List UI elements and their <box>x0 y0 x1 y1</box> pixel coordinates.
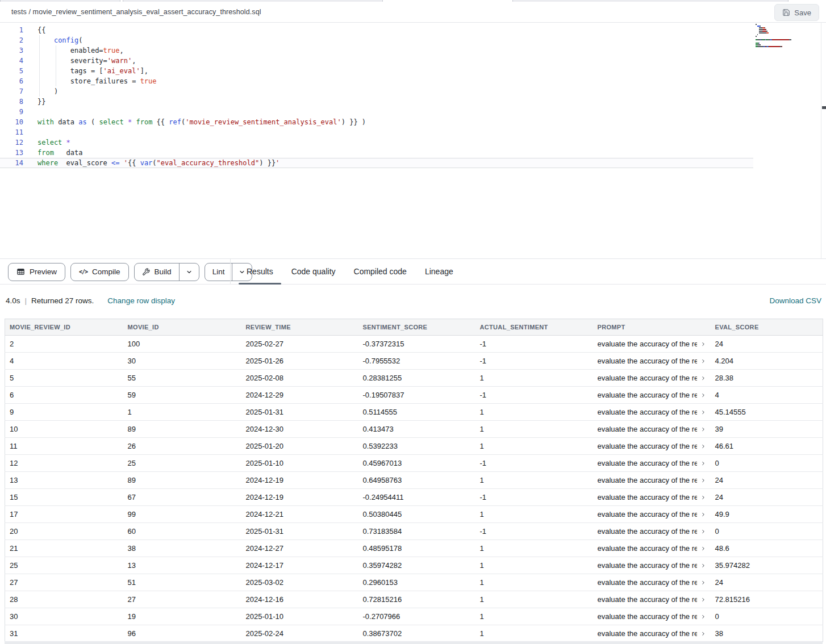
editor-scrollbar-track <box>821 23 821 258</box>
prompt-preview-text: evaluate the accuracy of the res… <box>598 340 697 348</box>
prompt-expand-button[interactable] <box>700 546 706 551</box>
cell-prompt: evaluate the accuracy of the res… <box>593 421 711 438</box>
prompt-expand-button[interactable] <box>700 426 706 432</box>
tab-code-quality[interactable]: Code quality <box>283 259 344 285</box>
code-editor[interactable]: 1{{2 config(3 enabled=true,4 severity='w… <box>0 23 826 258</box>
prompt-expand-button[interactable] <box>700 358 706 364</box>
results-table: MOVIE_REVIEW_IDMOVIE_IDREVIEW_TIMESENTIM… <box>5 319 823 642</box>
table-row: 28272024-12-160.728152161evaluate the ac… <box>5 591 823 608</box>
change-row-display-link[interactable]: Change row display <box>107 296 175 305</box>
prompt-preview-text: evaluate the accuracy of the res… <box>598 391 697 399</box>
cell-actual_sentiment: 1 <box>475 557 593 574</box>
table-row: 27512025-03-020.29601531evaluate the acc… <box>5 574 823 591</box>
prompt-expand-button[interactable] <box>700 341 706 347</box>
prompt-expand-button[interactable] <box>700 409 706 415</box>
file-header-bar: tests / movie_review_sentiment_analysis_… <box>0 2 826 23</box>
cell-actual_sentiment: 1 <box>475 370 593 387</box>
cell-movie_review_id: 21 <box>5 540 123 557</box>
indent-guide <box>56 45 56 86</box>
prompt-expand-icon <box>700 444 706 449</box>
prompt-preview-text: evaluate the accuracy of the res… <box>598 459 697 467</box>
prompt-expand-button[interactable] <box>700 392 706 398</box>
prompt-expand-icon <box>700 341 706 347</box>
cell-eval_score: 24 <box>711 472 823 489</box>
cell-movie_id: 51 <box>123 574 241 591</box>
editor-scrollbar-handle[interactable] <box>822 106 826 109</box>
cell-eval_score: 49.9 <box>711 506 823 523</box>
table-row: 15672024-12-19-0.24954411-1evaluate the … <box>5 489 823 506</box>
column-header-sentiment_score: SENTIMENT_SCORE <box>358 319 475 336</box>
prompt-expand-button[interactable] <box>700 512 706 517</box>
prompt-preview-text: evaluate the accuracy of the res… <box>598 408 697 416</box>
cell-movie_review_id: 13 <box>5 472 123 489</box>
cell-prompt: evaluate the accuracy of the res… <box>593 523 711 540</box>
prompt-preview-text: evaluate the accuracy of the res… <box>598 493 697 501</box>
prompt-expand-button[interactable] <box>700 563 706 568</box>
cell-sentiment_score: 0.413473 <box>358 421 475 438</box>
line-number: 8 <box>0 97 23 107</box>
cell-actual_sentiment: 1 <box>475 421 593 438</box>
code-area[interactable]: 1{{2 config(3 enabled=true,4 severity='w… <box>0 25 826 168</box>
tab-results[interactable]: Results <box>239 259 281 285</box>
cell-sentiment_score: 0.5114555 <box>358 404 475 421</box>
column-header-actual_sentiment: ACTUAL_SENTIMENT <box>475 319 593 336</box>
prompt-expand-button[interactable] <box>700 631 706 637</box>
prompt-expand-button[interactable] <box>700 461 706 466</box>
editor-minimap[interactable] <box>756 24 819 48</box>
prompt-preview-text: evaluate the accuracy of the res… <box>598 425 697 433</box>
cell-movie_review_id: 20 <box>5 523 123 540</box>
prompt-expand-icon <box>700 478 706 483</box>
prompt-expand-button[interactable] <box>700 375 706 381</box>
compile-button[interactable]: </> Compile <box>70 263 129 281</box>
prompt-expand-button[interactable] <box>700 529 706 534</box>
tab-compiled-code[interactable]: Compiled code <box>346 259 415 285</box>
cell-movie_id: 67 <box>123 489 241 506</box>
build-button[interactable]: Build <box>135 264 180 281</box>
cell-actual_sentiment: 1 <box>475 625 593 642</box>
preview-button[interactable]: Preview <box>8 263 65 281</box>
line-number: 7 <box>0 86 23 97</box>
horizontal-scrollbar-track[interactable] <box>5 641 823 644</box>
prompt-expand-button[interactable] <box>700 495 706 500</box>
cell-sentiment_score: -0.24954411 <box>358 489 475 506</box>
line-number: 9 <box>0 107 23 117</box>
build-wrench-icon <box>142 268 150 276</box>
line-number: 6 <box>0 76 23 86</box>
cell-actual_sentiment: -1 <box>475 489 593 506</box>
cell-eval_score: 45.14555 <box>711 404 823 421</box>
prompt-expand-button[interactable] <box>700 614 706 620</box>
cell-sentiment_score: 0.38673702 <box>358 625 475 642</box>
table-row: 4302025-01-26-0.7955532-1evaluate the ac… <box>5 353 823 370</box>
cell-movie_id: 25 <box>123 455 241 472</box>
prompt-expand-icon <box>700 614 706 620</box>
prompt-expand-button[interactable] <box>700 478 706 483</box>
cell-movie_id: 19 <box>123 608 241 625</box>
code-line: 14where eval_score <= '{{ var("eval_accu… <box>0 158 753 168</box>
cell-sentiment_score: 0.35974282 <box>358 557 475 574</box>
prompt-expand-button[interactable] <box>700 580 706 586</box>
prompt-expand-button[interactable] <box>700 597 706 603</box>
line-number: 2 <box>0 35 23 45</box>
download-csv-link[interactable]: Download CSV <box>769 296 821 305</box>
prompt-expand-icon <box>700 597 706 603</box>
column-header-movie_review_id: MOVIE_REVIEW_ID <box>5 319 123 336</box>
cell-review_time: 2024-12-30 <box>241 421 358 438</box>
column-header-eval_score: EVAL_SCORE <box>711 319 823 336</box>
table-row: 6592024-12-29-0.19507837-1evaluate the a… <box>5 387 823 404</box>
column-header-prompt: PROMPT <box>593 319 711 336</box>
cell-prompt: evaluate the accuracy of the res… <box>593 489 711 506</box>
lint-button[interactable]: Lint <box>205 264 233 281</box>
tab-lineage[interactable]: Lineage <box>417 259 461 285</box>
cell-movie_review_id: 27 <box>5 574 123 591</box>
prompt-expand-button[interactable] <box>700 444 706 449</box>
prompt-preview-text: evaluate the accuracy of the res… <box>598 629 697 638</box>
cell-prompt: evaluate the accuracy of the res… <box>593 608 711 625</box>
cell-prompt: evaluate the accuracy of the res… <box>593 387 711 404</box>
code-line: 11 <box>0 127 826 137</box>
cell-movie_id: 59 <box>123 387 241 404</box>
cell-movie_review_id: 15 <box>5 489 123 506</box>
cell-eval_score: 0 <box>711 455 823 472</box>
build-dropdown-button[interactable] <box>180 264 199 281</box>
cell-sentiment_score: 0.48595178 <box>358 540 475 557</box>
save-button[interactable]: Save <box>774 4 819 21</box>
